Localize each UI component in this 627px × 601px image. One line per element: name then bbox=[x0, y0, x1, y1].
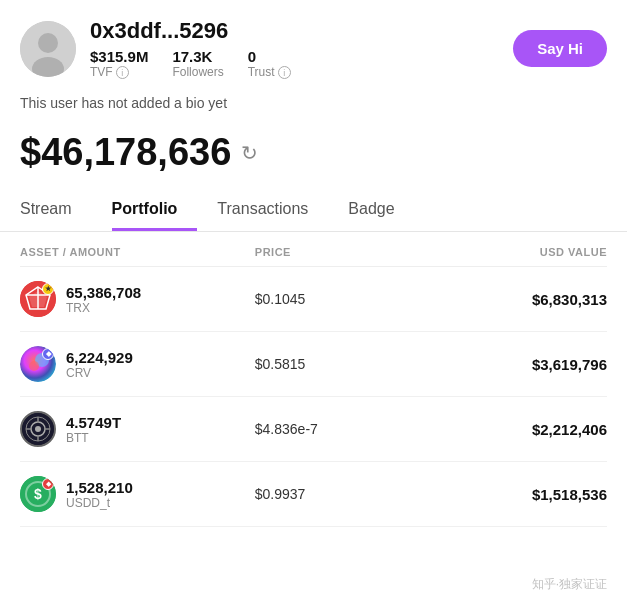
tab-stream[interactable]: Stream bbox=[20, 190, 92, 231]
asset-info-crv: 6,224,929 CRV bbox=[66, 349, 133, 380]
asset-info-trx: 65,386,708 TRX bbox=[66, 284, 141, 315]
trust-info-icon[interactable]: i bbox=[278, 66, 291, 79]
coin-icon-trx: ★ bbox=[20, 281, 56, 317]
profile-left: 0x3ddf...5296 $315.9M TVF i 17.3K Follow… bbox=[20, 18, 291, 79]
header-asset: ASSET / AMOUNT bbox=[20, 246, 255, 258]
asset-info-btt: 4.5749T BTT bbox=[66, 414, 121, 445]
coin-icon-crv: ◆ bbox=[20, 346, 56, 382]
tvf-value: $315.9M bbox=[90, 48, 148, 65]
profile-stats: $315.9M TVF i 17.3K Followers 0 Trust i bbox=[90, 48, 291, 79]
bio-text: This user has not added a bio yet bbox=[20, 95, 227, 111]
stat-tvf: $315.9M TVF i bbox=[90, 48, 148, 79]
trust-label: Trust i bbox=[248, 65, 291, 79]
table-section: ASSET / AMOUNT PRICE USD VALUE ★ 65,386,… bbox=[0, 232, 627, 527]
asset-info-usdd: 1,528,210 USDD_t bbox=[66, 479, 133, 510]
usdd-usd: $1,518,536 bbox=[431, 486, 607, 503]
svg-text:$: $ bbox=[34, 486, 42, 502]
followers-value: 17.3K bbox=[172, 48, 223, 65]
table-row: ◆ 6,224,929 CRV $0.5815 $3,619,796 bbox=[20, 332, 607, 397]
tvf-info-icon[interactable]: i bbox=[116, 66, 129, 79]
header-price: PRICE bbox=[255, 246, 431, 258]
portfolio-total-value: $46,178,636 bbox=[20, 131, 231, 174]
table-header: ASSET / AMOUNT PRICE USD VALUE bbox=[20, 232, 607, 267]
btt-usd: $2,212,406 bbox=[431, 421, 607, 438]
asset-col-crv: ◆ 6,224,929 CRV bbox=[20, 346, 255, 382]
table-row: 4.5749T BTT $4.836e-7 $2,212,406 bbox=[20, 397, 607, 462]
refresh-icon[interactable]: ↻ bbox=[241, 141, 258, 165]
trx-symbol: TRX bbox=[66, 301, 141, 315]
watermark: 知乎·独家证证 bbox=[532, 576, 607, 593]
stat-trust: 0 Trust i bbox=[248, 48, 291, 79]
btt-symbol: BTT bbox=[66, 431, 121, 445]
svg-point-10 bbox=[29, 361, 39, 371]
svg-point-1 bbox=[38, 33, 58, 53]
usdd-amount: 1,528,210 bbox=[66, 479, 133, 496]
crv-usd: $3,619,796 bbox=[431, 356, 607, 373]
avatar bbox=[20, 21, 76, 77]
tab-portfolio[interactable]: Portfolio bbox=[112, 190, 198, 231]
tab-badge[interactable]: Badge bbox=[348, 190, 414, 231]
asset-col-usdd: $ ◆ 1,528,210 USDD_t bbox=[20, 476, 255, 512]
coin-icon-usdd: $ ◆ bbox=[20, 476, 56, 512]
crv-symbol: CRV bbox=[66, 366, 133, 380]
tabs-section: Stream Portfolio Transactions Badge bbox=[0, 190, 627, 232]
tvf-label: TVF i bbox=[90, 65, 148, 79]
tab-transactions[interactable]: Transactions bbox=[217, 190, 328, 231]
usdd-symbol: USDD_t bbox=[66, 496, 133, 510]
profile-address: 0x3ddf...5296 bbox=[90, 18, 291, 44]
coin-icon-btt bbox=[20, 411, 56, 447]
crv-price: $0.5815 bbox=[255, 356, 431, 372]
trx-usd: $6,830,313 bbox=[431, 291, 607, 308]
asset-col-trx: ★ 65,386,708 TRX bbox=[20, 281, 255, 317]
bio-section: This user has not added a bio yet bbox=[0, 91, 627, 123]
table-row: ★ 65,386,708 TRX $0.1045 $6,830,313 bbox=[20, 267, 607, 332]
header-usd: USD VALUE bbox=[431, 246, 607, 258]
trx-price: $0.1045 bbox=[255, 291, 431, 307]
followers-label: Followers bbox=[172, 65, 223, 79]
stat-followers: 17.3K Followers bbox=[172, 48, 223, 79]
say-hi-button[interactable]: Say Hi bbox=[513, 30, 607, 67]
btt-amount: 4.5749T bbox=[66, 414, 121, 431]
profile-section: 0x3ddf...5296 $315.9M TVF i 17.3K Follow… bbox=[0, 0, 627, 91]
svg-point-14 bbox=[35, 426, 41, 432]
trx-amount: 65,386,708 bbox=[66, 284, 141, 301]
profile-info: 0x3ddf...5296 $315.9M TVF i 17.3K Follow… bbox=[90, 18, 291, 79]
portfolio-value-section: $46,178,636 ↻ bbox=[0, 123, 627, 190]
trust-value: 0 bbox=[248, 48, 291, 65]
btt-price: $4.836e-7 bbox=[255, 421, 431, 437]
usdd-price: $0.9937 bbox=[255, 486, 431, 502]
table-row: $ ◆ 1,528,210 USDD_t $0.9937 $1,518,536 bbox=[20, 462, 607, 527]
asset-col-btt: 4.5749T BTT bbox=[20, 411, 255, 447]
crv-amount: 6,224,929 bbox=[66, 349, 133, 366]
